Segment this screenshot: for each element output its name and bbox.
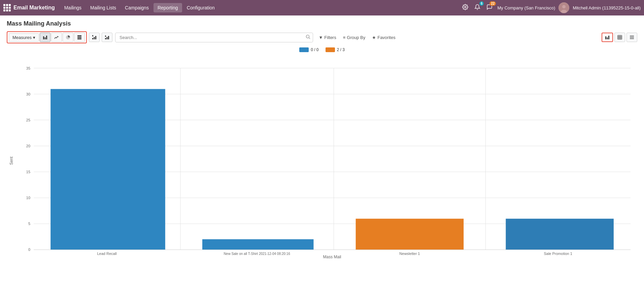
svg-point-0 — [465, 6, 466, 8]
svg-rect-15 — [107, 37, 108, 39]
nav-campaigns[interactable]: Campaigns — [121, 3, 153, 12]
filter-icon: ▼ — [318, 35, 323, 40]
svg-rect-11 — [92, 38, 93, 39]
nav-links: Mailings Mailing Lists Campaigns Reporti… — [60, 3, 460, 12]
search-container — [115, 33, 313, 42]
grid-icon — [3, 4, 11, 11]
pie-chart-button[interactable] — [63, 33, 73, 42]
svg-rect-9 — [77, 37, 81, 38]
search-input[interactable] — [115, 33, 313, 42]
svg-rect-4 — [43, 36, 44, 39]
svg-text:Lead Recall: Lead Recall — [97, 252, 116, 256]
bar-lead-recall-1 — [50, 89, 165, 250]
legend-label-1: 0 / 0 — [311, 47, 318, 52]
topnav-right: 6 22 My Company (San Francisco) Mitchell… — [461, 2, 641, 13]
area-chart-button[interactable] — [51, 33, 62, 42]
bar-newsletter-2 — [356, 219, 464, 250]
groupby-button[interactable]: ≡ Group By — [340, 34, 368, 41]
svg-text:New Sale on all T-Shirt 2021-1: New Sale on all T-Shirt 2021-12-04 08:20… — [224, 252, 291, 256]
svg-point-2 — [562, 5, 566, 8]
favorites-button[interactable]: ★ Favorites — [369, 34, 398, 41]
svg-rect-5 — [45, 37, 46, 39]
svg-rect-13 — [95, 36, 96, 39]
pivot-view-button[interactable] — [614, 33, 625, 42]
view-switcher — [602, 33, 637, 42]
nav-configuration[interactable]: Configuration — [183, 3, 219, 12]
bar-new-sale-1 — [202, 239, 314, 250]
user-name: Mitchell Admin (11395225-15-0-all) — [573, 5, 641, 10]
svg-text:30: 30 — [26, 92, 30, 96]
list-view-button[interactable] — [626, 33, 637, 42]
search-icon — [306, 35, 310, 40]
svg-rect-20 — [607, 37, 608, 39]
svg-point-17 — [306, 35, 309, 38]
measures-group: Measures ▾ — [7, 31, 87, 43]
svg-rect-10 — [77, 38, 81, 39]
groupby-icon: ≡ — [343, 35, 346, 40]
svg-text:0: 0 — [28, 248, 30, 252]
legend-item-1: 0 / 0 — [299, 47, 318, 52]
chart-legend: 0 / 0 2 / 3 — [7, 47, 637, 52]
nav-reporting[interactable]: Reporting — [154, 3, 182, 12]
svg-text:Mass Mail: Mass Mail — [323, 255, 341, 259]
toolbar: Measures ▾ — [7, 31, 637, 43]
page-title: Mass Mailing Analysis — [7, 20, 637, 27]
stacked-chart-button[interactable] — [74, 33, 85, 42]
sort-ascending-button[interactable] — [89, 33, 100, 42]
app-name: Email Marketing — [13, 5, 55, 11]
svg-rect-12 — [94, 37, 95, 39]
notifications-icon[interactable]: 6 — [473, 3, 482, 13]
svg-text:5: 5 — [28, 222, 30, 226]
svg-text:15: 15 — [26, 170, 30, 174]
svg-text:25: 25 — [26, 118, 30, 122]
avatar[interactable] — [558, 2, 569, 13]
svg-line-18 — [309, 38, 310, 39]
svg-rect-8 — [77, 35, 81, 36]
bar-chart-button[interactable] — [40, 33, 50, 42]
messages-badge: 22 — [489, 1, 496, 6]
svg-text:Sent: Sent — [9, 156, 14, 165]
bar-chart: Sent 35 30 25 20 — [7, 55, 637, 267]
filter-bar: ▼ Filters ≡ Group By ★ Favorites — [316, 34, 398, 41]
messages-icon[interactable]: 22 — [485, 3, 494, 13]
legend-item-2: 2 / 3 — [326, 47, 345, 52]
nav-mailings[interactable]: Mailings — [60, 3, 86, 12]
bar-sale-promotion-1 — [506, 219, 614, 250]
company-name: My Company (San Francisco) — [497, 5, 555, 10]
legend-swatch-1 — [299, 47, 309, 52]
svg-rect-6 — [46, 36, 47, 39]
svg-rect-22 — [618, 35, 622, 39]
legend-swatch-2 — [326, 47, 335, 52]
nav-mailing-lists[interactable]: Mailing Lists — [86, 3, 120, 12]
star-icon: ★ — [372, 35, 376, 40]
notifications-badge: 6 — [479, 1, 484, 6]
chevron-down-icon: ▾ — [33, 35, 35, 40]
chart-wrapper: 0 / 0 2 / 3 Sent 35 30 — [7, 47, 637, 276]
svg-text:Newsletter 1: Newsletter 1 — [399, 252, 420, 256]
svg-rect-16 — [108, 36, 109, 39]
svg-text:10: 10 — [26, 196, 30, 200]
svg-text:35: 35 — [26, 66, 30, 70]
svg-rect-21 — [608, 36, 609, 39]
toolbar-left: Measures ▾ — [7, 31, 112, 43]
measures-button[interactable]: Measures ▾ — [9, 33, 39, 42]
sort-descending-button[interactable] — [102, 33, 112, 42]
top-navigation: Email Marketing Mailings Mailing Lists C… — [0, 0, 644, 15]
bar-view-button[interactable] — [602, 33, 613, 42]
legend-label-2: 2 / 3 — [337, 47, 345, 52]
svg-rect-14 — [105, 38, 106, 39]
svg-text:20: 20 — [26, 144, 30, 148]
filters-button[interactable]: ▼ Filters — [316, 34, 339, 41]
main-content: Mass Mailing Analysis Measures ▾ — [0, 15, 644, 281]
app-brand[interactable]: Email Marketing — [3, 4, 55, 11]
svg-text:Sale Promotion 1: Sale Promotion 1 — [544, 252, 572, 256]
settings-icon[interactable] — [461, 3, 470, 13]
svg-rect-19 — [605, 36, 606, 39]
